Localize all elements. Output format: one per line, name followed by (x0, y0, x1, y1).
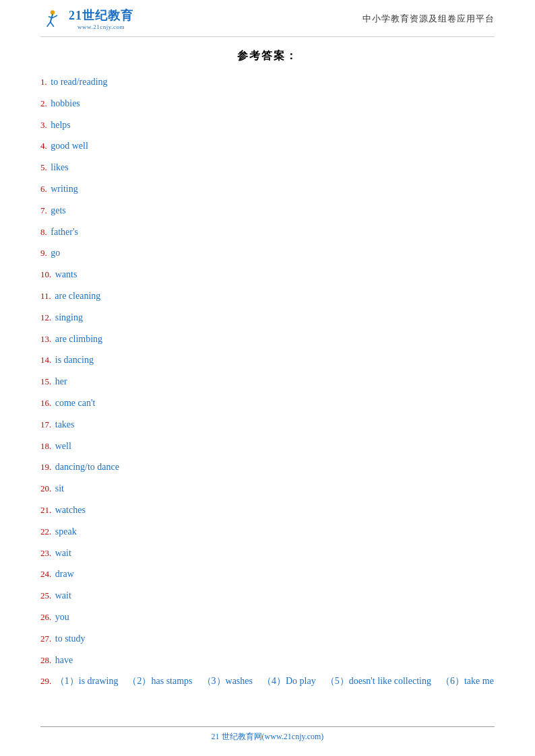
platform-name: 中小学教育资源及组卷应用平台 (363, 13, 495, 25)
svg-line-1 (51, 15, 53, 22)
answer-item: 26. you (40, 609, 495, 625)
answer-item: 27. to study (40, 631, 495, 647)
answer-text: likes (51, 162, 68, 172)
answer-num: 4. (40, 141, 47, 151)
logo-icon (40, 7, 65, 31)
answer-text: to study (55, 633, 86, 644)
answer-text: are cleaning (55, 291, 100, 301)
page: 21世纪教育 www.21cnjy.com 中小学教育资源及组卷应用平台 参考答… (0, 0, 535, 756)
answer-item: 18. well (40, 438, 495, 454)
answer-text: wait (55, 548, 71, 558)
answer-text: speak (55, 526, 77, 537)
answer-text: to read/reading (51, 77, 107, 87)
answer-num: 18. (40, 441, 51, 451)
answer-num: 10. (40, 269, 51, 279)
answer-num: 7. (40, 205, 47, 215)
answer-text: singing (55, 312, 83, 322)
answer-item: 16. come can't (40, 395, 495, 411)
answer-item: 21. watches (40, 502, 495, 518)
header: 21世纪教育 www.21cnjy.com 中小学教育资源及组卷应用平台 (40, 0, 495, 37)
answer-item: 22. speak (40, 524, 495, 540)
answer-num: 19. (40, 462, 51, 472)
answer-item: 9. go (40, 245, 495, 261)
answer-text: （1）is drawing （2）has stamps （3）washes （4… (55, 676, 494, 686)
answer-num: 6. (40, 184, 47, 194)
answer-num: 28. (40, 655, 51, 665)
answer-text: come can't (55, 398, 96, 408)
answer-item: 4. good well (40, 138, 495, 154)
answer-text: is dancing (55, 355, 94, 365)
answer-text: father's (51, 227, 78, 237)
doc-title: 参考答案： (40, 49, 495, 63)
answer-num: 2. (40, 98, 47, 108)
answer-text: sit (55, 483, 64, 493)
answer-num: 3. (40, 120, 47, 130)
answer-item: 28. have (40, 652, 495, 668)
answer-item: 20. sit (40, 481, 495, 497)
answer-item: 29. （1）is drawing （2）has stamps （3）washe… (40, 673, 495, 689)
answer-num: 24. (40, 569, 51, 579)
answer-num: 1. (40, 77, 47, 87)
answer-item: 19. dancing/to dance (40, 459, 495, 475)
answer-item: 7. gets (40, 203, 495, 219)
answer-num: 27. (40, 633, 51, 644)
answer-num: 15. (40, 376, 51, 386)
answer-item: 25. wait (40, 588, 495, 604)
logo-main-text: 21世纪教育 (69, 7, 133, 24)
answer-num: 20. (40, 483, 51, 493)
answer-num: 12. (40, 312, 51, 322)
answer-text: draw (55, 569, 74, 579)
answer-num: 9. (40, 248, 47, 258)
answer-text: takes (55, 419, 75, 429)
answer-text: wait (55, 590, 71, 600)
answer-item: 12. singing (40, 310, 495, 326)
answer-item: 14. is dancing (40, 352, 495, 368)
answer-text: go (51, 248, 60, 258)
answer-item: 6. writing (40, 181, 495, 197)
answer-item: 10. wants (40, 267, 495, 283)
answer-text: hobbies (51, 98, 80, 108)
answer-num: 13. (40, 334, 51, 344)
answer-text: her (55, 376, 67, 386)
answer-num: 5. (40, 162, 47, 172)
answer-item: 8. father's (40, 224, 495, 240)
logo-text: 21世纪教育 www.21cnjy.com (69, 7, 133, 30)
answer-text: watches (55, 505, 86, 515)
svg-line-3 (51, 22, 54, 26)
answer-item: 3. helps (40, 117, 495, 133)
answer-text: helps (51, 120, 71, 130)
answer-item: 2. hobbies (40, 96, 495, 112)
answer-num: 22. (40, 526, 51, 537)
answer-num: 21. (40, 505, 51, 515)
answer-text: well (55, 441, 71, 451)
logo-area: 21世纪教育 www.21cnjy.com (40, 7, 133, 31)
answer-text: are climbing (55, 334, 102, 344)
footer-text: 21 世纪教育网(www.21cnjy.com) (40, 731, 495, 743)
svg-line-2 (47, 22, 51, 26)
answer-num: 25. (40, 590, 51, 600)
answer-item: 17. takes (40, 417, 495, 433)
answer-item: 15. her (40, 374, 495, 390)
answer-item: 5. likes (40, 160, 495, 176)
answer-num: 11. (40, 291, 51, 301)
answer-num: 16. (40, 398, 51, 408)
answer-num: 17. (40, 419, 51, 429)
answer-text: wants (55, 269, 77, 279)
answer-item: 23. wait (40, 545, 495, 561)
answer-item: 24. draw (40, 566, 495, 582)
answer-num: 26. (40, 612, 51, 622)
answer-text: gets (51, 205, 66, 215)
svg-line-4 (53, 15, 57, 18)
answer-text: you (55, 612, 69, 622)
answer-text: writing (51, 184, 77, 194)
answer-item: 1. to read/reading (40, 74, 495, 90)
answer-item: 11. are cleaning (40, 288, 495, 304)
answer-num: 14. (40, 355, 51, 365)
answer-text: have (55, 655, 73, 665)
answer-text: good well (51, 141, 88, 151)
answer-num: 8. (40, 227, 47, 237)
logo-sub-text: www.21cnjy.com (77, 24, 125, 30)
answer-num: 23. (40, 548, 51, 558)
footer: 21 世纪教育网(www.21cnjy.com) (40, 726, 495, 743)
answer-item: 13. are climbing (40, 331, 495, 347)
